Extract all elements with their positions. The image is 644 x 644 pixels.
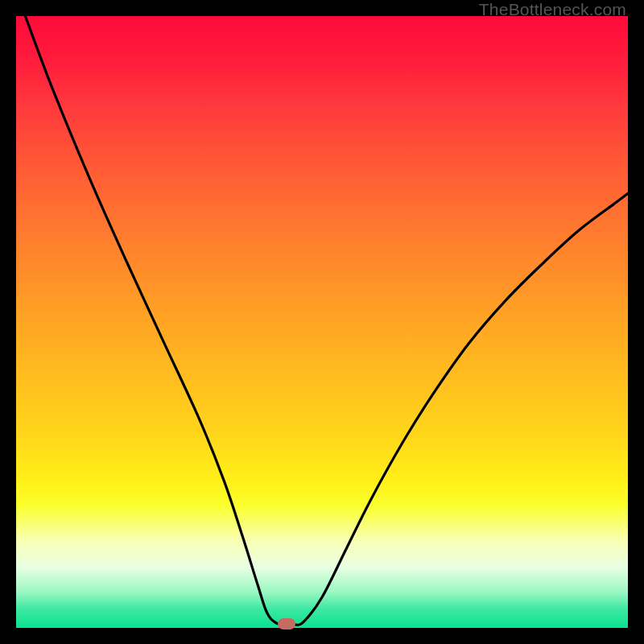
chart-frame: TheBottleneck.com [0,0,644,644]
bottleneck-curve [25,16,628,625]
curve-svg [16,16,628,628]
plot-area [16,16,628,628]
optimal-point-marker [278,618,295,630]
